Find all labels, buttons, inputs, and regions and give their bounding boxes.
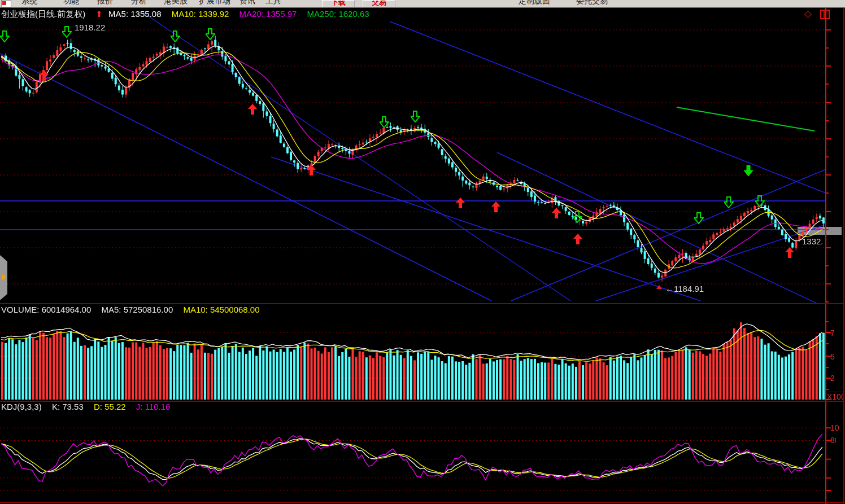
- split-layout-icon[interactable]: [820, 10, 830, 19]
- ma10-value: MA10: 1339.92: [172, 9, 229, 19]
- last-price-label: 1332.: [802, 236, 824, 246]
- kdj-header: KDJ(9,3,3) K: 73.53 D: 55.22 J: 110.16: [1, 402, 178, 411]
- ma20-value: MA20: 1355.97: [239, 9, 297, 19]
- menu-item[interactable]: 分析: [131, 0, 147, 6]
- buy-signal-arrow-icon: [785, 247, 794, 258]
- menu-item[interactable]: 委托交易: [576, 0, 608, 6]
- kdj-bottom-border: [0, 502, 843, 503]
- volume-axis-label: 2: [830, 374, 843, 383]
- menu-item[interactable]: 港美股: [164, 0, 188, 6]
- menu-bar[interactable]: 系统功能报价分析港美股扩展市场资讯工具定制版面委托交易下载交易: [0, 0, 845, 8]
- buy-signal-arrow-icon: [491, 201, 500, 213]
- window-right-border: [843, 8, 844, 504]
- sell-signal-arrow-icon: [171, 30, 180, 42]
- kdj-axis-label: 80: [830, 436, 836, 445]
- sell-signal-arrow-icon: [694, 212, 704, 224]
- volume-unit-label: X10000: [827, 392, 843, 401]
- buy-signal-arrow-icon: [307, 165, 316, 176]
- expand-arrow-icon: [2, 274, 6, 281]
- sidebar-expand-handle[interactable]: [0, 255, 7, 300]
- menu-item[interactable]: 扩展市场: [199, 0, 230, 6]
- menu-item[interactable]: 定制版面: [519, 0, 550, 6]
- volume-axis-label: 7: [830, 328, 843, 338]
- sell-signal-arrow-icon: [724, 196, 734, 208]
- trading-app-window: 系统功能报价分析港美股扩展市场资讯工具定制版面委托交易下载交易 创业板指(日线.…: [0, 0, 845, 504]
- kdj-j-value: J: 110.16: [136, 402, 171, 411]
- volume-ma5: MA5: 57250816.00: [101, 305, 173, 314]
- buy-signal-arrow-icon: [248, 104, 257, 115]
- symbol-title: 创业板指(日线.前复权): [1, 9, 85, 19]
- diamond-icon[interactable]: ◇: [804, 8, 812, 20]
- buy-signal-arrow-icon: [573, 234, 582, 245]
- up-arrow-icon: ⬆: [95, 9, 103, 19]
- low-price-label: ←1184.91: [665, 284, 704, 293]
- sell-signal-arrow-icon: [0, 30, 10, 42]
- main-volume-separator[interactable]: [0, 303, 843, 304]
- sell-signal-arrow-icon: [380, 116, 389, 128]
- buy-signal-arrow-icon: [552, 208, 561, 219]
- kdj-k-value: K: 73.53: [52, 402, 84, 411]
- sell-signal-arrow-icon: [755, 195, 765, 207]
- ma5-value: MA5: 1355.08: [108, 9, 161, 19]
- main-chart-canvas[interactable]: [0, 8, 826, 304]
- sell-signal-arrow-icon: [573, 211, 582, 223]
- sell-signal-arrow-icon: [744, 165, 753, 177]
- menu-item[interactable]: 资讯: [239, 0, 255, 6]
- menu-item[interactable]: 系统: [21, 0, 37, 6]
- toolbar-red-button[interactable]: 交易: [363, 0, 395, 8]
- volume-header: VOLUME: 60014964.00 MA5: 57250816.00 MA1…: [1, 305, 268, 314]
- high-price-label: 1918.22: [75, 23, 105, 32]
- buy-signal-arrow-icon: [456, 198, 465, 209]
- menu-item[interactable]: 工具: [265, 0, 281, 6]
- kdj-label: KDJ(9,3,3): [1, 402, 42, 411]
- toolbar-red-button[interactable]: 下载: [322, 0, 355, 8]
- ma250-value: MA250: 1620.63: [307, 9, 369, 19]
- sell-signal-arrow-icon: [62, 26, 72, 38]
- kdj-d-value: D: 55.22: [94, 402, 126, 411]
- app-icon[interactable]: [1, 0, 11, 7]
- menu-item[interactable]: 功能: [63, 0, 79, 6]
- volume-ma10: MA10: 54500068.00: [183, 305, 259, 314]
- kdj-axis-label: 100: [830, 423, 839, 432]
- volume-value: VOLUME: 60014964.00: [1, 305, 91, 314]
- low-point-marker-icon: [656, 285, 662, 289]
- volume-axis-label: 5: [830, 352, 843, 361]
- sell-signal-arrow-icon: [206, 28, 215, 40]
- kdj-chart-canvas[interactable]: [0, 402, 826, 503]
- main-chart-header: 创业板指(日线.前复权) ⬆ MA5: 1355.08 MA10: 1339.9…: [1, 9, 377, 20]
- volume-chart-canvas[interactable]: [0, 305, 826, 401]
- sell-signal-arrow-icon: [411, 111, 420, 122]
- menu-item[interactable]: 报价: [97, 0, 113, 6]
- buy-signal-arrow-icon: [40, 70, 49, 81]
